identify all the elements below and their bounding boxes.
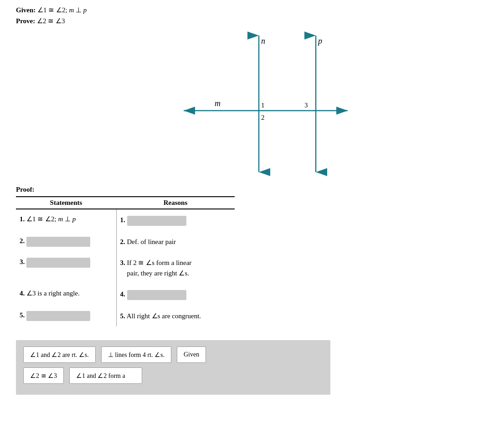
answer-tile-angle1-angle2-form[interactable]: ∠1 and ∠2 form a: [69, 367, 142, 384]
statement-1: 1. ∠1 ≅ ∠2; m ⊥ p: [16, 209, 116, 231]
proof-row-2: 2. 2. Def. of linear pair: [16, 231, 235, 253]
answer-tile-angle2-angle3[interactable]: ∠2 ≅ ∠3: [23, 367, 64, 384]
geometry-diagram: m n p 1 2 3: [170, 31, 361, 177]
reason-1: 1.: [116, 209, 235, 231]
drag-box-statement-2[interactable]: [26, 237, 90, 247]
drag-box-reason-1[interactable]: [127, 216, 186, 226]
drag-box-statement-3[interactable]: [26, 258, 90, 268]
answer-bank-row-1: ∠1 and ∠2 are rt. ∠s. ⊥ lines form 4 rt.…: [23, 346, 323, 363]
proof-row-1: 1. ∠1 ≅ ∠2; m ⊥ p 1.: [16, 209, 235, 231]
angle-2: 2: [261, 114, 265, 121]
proof-row-5: 5. 5. All right ∠s are congruent.: [16, 306, 235, 327]
label-n: n: [261, 36, 265, 46]
reason-5: 5. All right ∠s are congruent.: [116, 306, 235, 327]
statement-3: 3.: [16, 252, 116, 284]
given-prove: Given: ∠1 ≅ ∠2; m ⊥ p Prove: ∠2 ≅ ∠3: [16, 5, 488, 26]
prove-label: Prove:: [16, 17, 35, 25]
answer-bank: ∠1 and ∠2 are rt. ∠s. ⊥ lines form 4 rt.…: [16, 340, 330, 395]
statement-4: 4. ∠3 is a right angle.: [16, 284, 116, 306]
given-label: Given:: [16, 6, 36, 14]
statement-2: 2.: [16, 231, 116, 253]
answer-bank-row-2: ∠2 ≅ ∠3 ∠1 and ∠2 form a: [23, 367, 323, 384]
reason-2: 2. Def. of linear pair: [116, 231, 235, 253]
drag-box-reason-4[interactable]: [127, 290, 186, 300]
reason-3: 3. If 2 ≅ ∠s form a linear pair, they ar…: [116, 252, 235, 284]
prove-value: ∠2 ≅ ∠3: [37, 17, 65, 25]
label-m: m: [215, 99, 221, 108]
drag-box-statement-5[interactable]: [26, 311, 90, 321]
given-value: ∠1 ≅ ∠2; m ⊥ p: [37, 6, 87, 14]
proof-label: Proof:: [16, 186, 488, 193]
col-reasons-header: Reasons: [116, 197, 235, 209]
label-p: p: [317, 36, 322, 46]
statement-5: 5.: [16, 306, 116, 327]
answer-tile-given[interactable]: Given: [177, 346, 206, 363]
diagram-area: m n p 1 2 3: [43, 31, 488, 177]
answer-tile-angles-rt[interactable]: ∠1 and ∠2 are rt. ∠s.: [23, 346, 96, 363]
proof-row-3: 3. 3. If 2 ≅ ∠s form a linear pair, they…: [16, 252, 235, 284]
angle-3: 3: [304, 102, 308, 109]
col-statements-header: Statements: [16, 197, 116, 209]
reason-4: 4.: [116, 284, 235, 306]
angle-1: 1: [261, 102, 265, 109]
proof-row-4: 4. ∠3 is a right angle. 4.: [16, 284, 235, 306]
proof-table: Statements Reasons 1. ∠1 ≅ ∠2; m ⊥ p 1. …: [16, 196, 235, 326]
answer-tile-perp-lines[interactable]: ⊥ lines form 4 rt. ∠s.: [101, 346, 171, 363]
